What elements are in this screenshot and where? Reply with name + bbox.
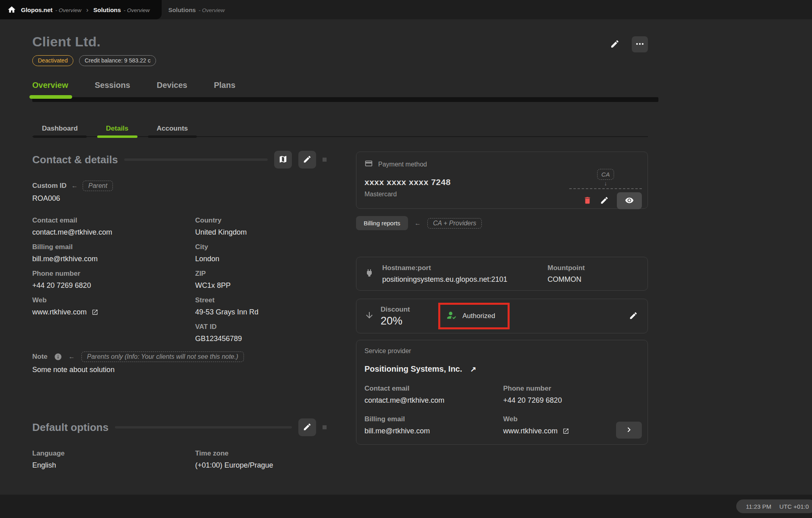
contact-details-header: Contact & details <box>32 151 327 169</box>
provider-contact-email: Contact email contact.me@rtkhive.com <box>364 384 503 405</box>
provider-web-link[interactable]: www.rtkhive.com <box>503 426 558 436</box>
section-title: Contact & details <box>32 154 118 166</box>
subtab-dashboard[interactable]: Dashboard <box>42 119 78 138</box>
active-tab-underline <box>29 95 72 99</box>
pencil-icon <box>610 39 620 50</box>
custom-id-field: Custom ID ← Parent ROA006 <box>32 181 327 203</box>
billing-reports-button[interactable]: Billing reports <box>356 216 408 230</box>
note-field: Note ← Parents only (Info: Your clients … <box>32 352 327 374</box>
clock-widget: 11:23 PM UTC +01:0 <box>736 499 812 513</box>
subtab-details[interactable]: Details <box>106 119 129 138</box>
discount-value: 20% <box>381 315 410 327</box>
map-button[interactable] <box>274 151 292 169</box>
drag-handle[interactable] <box>323 158 327 162</box>
open-provider-button[interactable] <box>616 422 642 439</box>
field-vat-id: VAT ID GB123456789 <box>195 322 327 343</box>
discount-field: Discount 20% <box>381 305 410 327</box>
external-link-icon[interactable] <box>562 428 569 435</box>
grid-spacer <box>32 322 195 343</box>
tab-overview[interactable]: Overview <box>32 81 68 91</box>
tab-devices[interactable]: Devices <box>157 81 187 91</box>
arrow-left-icon: ← <box>69 354 75 360</box>
plug-icon <box>364 268 382 279</box>
hostname-card: Hostname:port positioningsystems.eu.glop… <box>356 257 648 291</box>
page-header: Client Ltd. Deactivated Credit balance: … <box>32 34 648 66</box>
arrow-downward-icon <box>364 310 374 322</box>
note-placeholder-badge[interactable]: Parents only (Info: Your clients will no… <box>81 352 244 362</box>
breadcrumb-item-solutions[interactable]: Solutions - Overview <box>94 6 150 13</box>
authorized-status-text: Authorized <box>462 312 495 320</box>
billing-row: Billing reports ← CA + Providers <box>356 216 648 230</box>
field-zip: ZIP WC1x 8PP <box>195 269 327 290</box>
pencil-icon <box>303 155 312 165</box>
parent-placeholder-badge[interactable]: Parent <box>83 181 113 191</box>
breadcrumb-item-glopos[interactable]: Glopos.net - Overview <box>21 6 81 13</box>
mountpoint-field: Mountpoint COMMON <box>548 264 639 284</box>
more-actions-button[interactable] <box>632 36 648 52</box>
web-link[interactable]: www.rtkhive.com <box>32 307 87 317</box>
contact-details-section: Contact & details Custom ID ← Parent ROA… <box>32 151 327 470</box>
provider-name-link[interactable]: Positioning Systems, Inc. <box>364 364 462 374</box>
field-web: Web www.rtkhive.com <box>32 296 195 317</box>
timezone-label: UTC +01:0 <box>779 503 809 510</box>
ca-placeholder-badge[interactable]: CA <box>597 169 614 180</box>
current-time: 11:23 PM <box>746 503 771 510</box>
field-phone: Phone number +44 20 7269 6820 <box>32 269 195 290</box>
field-billing-email: Billing email bill.me@rtkhive.com <box>32 243 195 264</box>
app-screen: Glopos.net - Overview › Solutions - Over… <box>0 0 812 518</box>
info-icon[interactable] <box>54 353 62 361</box>
arrow-north-east-icon[interactable]: ↗ <box>470 365 476 374</box>
edit-client-button[interactable] <box>607 36 623 52</box>
default-options-grid: Language English Time zone (+01:00) Euro… <box>32 449 327 470</box>
default-options-header: Default options <box>32 418 327 436</box>
field-street: Street 49-53 Grays Inn Rd <box>195 296 327 317</box>
edit-defaults-button[interactable] <box>298 418 316 436</box>
payment-method-label: Payment method <box>378 161 427 168</box>
provider-fields-grid: Contact email contact.me@rtkhive.com Pho… <box>364 384 639 436</box>
page-title: Client Ltd. <box>32 34 648 50</box>
arrow-left-icon: ← <box>414 220 421 227</box>
drop-zone-divider <box>569 188 642 189</box>
field-country: Country United Kingdom <box>195 216 327 237</box>
edit-contact-button[interactable] <box>298 151 316 169</box>
drag-handle[interactable] <box>323 425 327 429</box>
view-payment-button[interactable] <box>617 192 642 209</box>
hostname-field: Hostname:port positioningsystems.eu.glop… <box>382 264 548 284</box>
tabs-track <box>32 97 658 102</box>
authorized-status-highlight: Authorized <box>438 303 510 329</box>
status-badge: Deactivated <box>32 55 73 66</box>
delete-payment-button[interactable] <box>583 196 592 206</box>
section-title: Default options <box>32 421 108 434</box>
tab-sessions[interactable]: Sessions <box>95 81 130 91</box>
secondary-breadcrumb-tab[interactable]: Solutions - Overview <box>168 6 225 13</box>
section-divider <box>124 158 268 161</box>
pencil-icon <box>629 311 638 321</box>
custom-id-value: ROA006 <box>32 193 327 203</box>
header-actions <box>607 36 648 52</box>
contact-fields-grid: Contact email contact.me@rtkhive.com Cou… <box>32 216 327 343</box>
payment-controls: CA ↓ <box>569 169 642 209</box>
chevron-right-icon: › <box>86 6 89 13</box>
edit-discount-button[interactable] <box>629 311 638 321</box>
section-divider <box>115 426 292 429</box>
breadcrumb: Glopos.net - Overview › Solutions - Over… <box>0 0 162 19</box>
discount-card: Discount 20% Authorized <box>356 299 648 333</box>
home-icon[interactable] <box>7 5 16 14</box>
tab-plans[interactable]: Plans <box>214 81 235 91</box>
service-provider-card: Service provider Positioning Systems, In… <box>356 340 648 445</box>
ca-providers-placeholder-badge[interactable]: CA + Providers <box>427 218 482 229</box>
pencil-icon <box>303 422 312 433</box>
arrow-down-icon: ↓ <box>604 181 607 186</box>
field-city: City London <box>195 243 327 264</box>
badges-row: Deactivated Credit balance: 9 583.22 c <box>32 55 648 66</box>
subtab-accounts[interactable]: Accounts <box>157 119 188 138</box>
field-timezone: Time zone (+01:00) Europe/Prague <box>195 449 327 470</box>
pencil-icon <box>600 196 609 206</box>
edit-payment-button[interactable] <box>600 196 609 206</box>
person-check-icon <box>447 310 457 322</box>
credit-balance-badge: Credit balance: 9 583.22 c <box>79 55 156 66</box>
external-link-icon[interactable] <box>92 309 98 316</box>
field-language: Language English <box>32 449 195 470</box>
map-icon <box>279 155 287 165</box>
note-label: Note <box>32 352 48 361</box>
